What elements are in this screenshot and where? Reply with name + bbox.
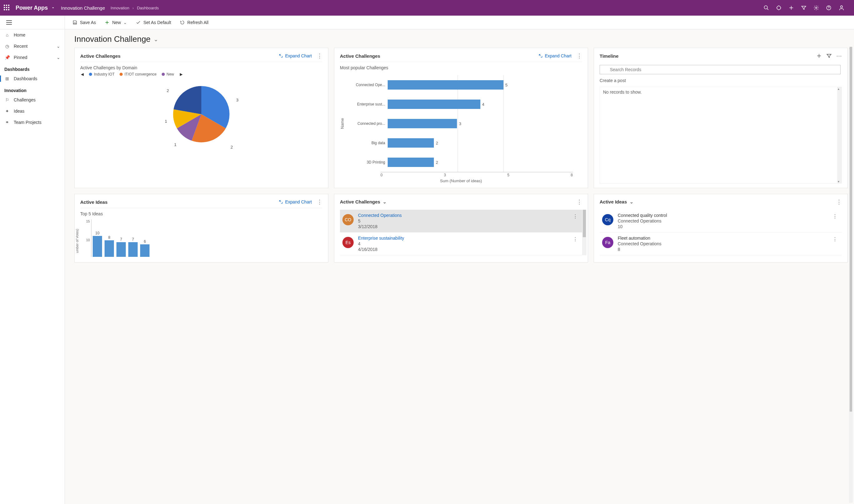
hbar-value: 2 [436,160,438,165]
chevron-down-icon[interactable]: ⌄ [123,20,127,25]
filter-icon[interactable] [826,53,832,59]
new-button[interactable]: New ⌄ [105,20,127,25]
expand-chart-button[interactable]: Expand Chart [538,53,571,58]
more-icon[interactable]: ⋯ [836,52,842,59]
chevron-down-icon[interactable]: ⌄ [154,36,158,43]
list-item[interactable]: Fa Fleet automation Connected Operations… [600,233,842,255]
product-name: Power Apps [16,5,48,11]
list-item-title[interactable]: Connected quality control [618,213,826,218]
timeline-search-input[interactable] [600,65,840,74]
legend-label: Industry IOT [94,72,114,76]
x-axis-ticks: 0358 [380,172,573,177]
more-icon[interactable]: ⋮ [317,52,322,59]
target-icon[interactable] [776,5,782,11]
vbar[interactable]: 10 [93,231,102,257]
hbar-chart[interactable]: Name Connected Ope... 5Enterprise sust..… [340,75,582,172]
legend-item[interactable]: IT/OT convergence [120,72,157,76]
hbar-row[interactable]: Enterprise sust... 4 [348,98,573,110]
svg-point-2 [777,6,781,10]
expand-chart-button[interactable]: Expand Chart [279,199,312,204]
list-item-title[interactable]: Connected Operations [358,213,567,218]
hbar-row[interactable]: Connected pro... 3 [348,118,573,130]
list-item-title[interactable]: Enterprise sustainability [358,236,567,240]
card-active-ideas-list: Active Ideas⌄ ⋮ Cq Connected quality con… [594,194,848,263]
vbar[interactable]: 8 [105,235,114,257]
chevron-down-icon[interactable]: ⌄ [383,199,387,204]
cmd-label: New [112,20,121,25]
gear-icon[interactable] [814,5,819,11]
sidebar-item-team-projects[interactable]: ⚭ Team Projects [0,117,65,128]
hbar-row[interactable]: Connected Ope... 5 [348,79,573,91]
environment-name[interactable]: Innovation Challenge [61,5,105,11]
legend-label: New [167,72,174,76]
hbar-row[interactable]: 3D Printing 2 [348,156,573,168]
list-item-title[interactable]: Fleet automation [618,236,826,240]
list-item[interactable]: CO Connected Operations 5 3/12/2018 ⋮ [340,210,582,233]
dashboard-icon: ⊞ [4,76,10,81]
breadcrumb-item[interactable]: Innovation [110,6,129,10]
more-icon[interactable]: ⋮ [571,236,580,243]
sidebar-item-dashboards[interactable]: ⊞ Dashboards [0,73,65,84]
hbar-category: Big data [348,141,385,145]
product-brand[interactable]: Power Apps [16,5,55,11]
expand-chart-button[interactable]: Expand Chart [279,53,312,58]
card-title: Active Challenges [340,53,380,59]
sidebar-item-label: Pinned [14,55,28,60]
pie-chart[interactable]: 3 2 1 1 2 [172,85,231,144]
filter-icon[interactable] [801,5,806,11]
more-icon[interactable]: ⋮ [576,198,582,205]
list-item[interactable]: Es Enterprise sustainability 4 4/16/2018… [340,233,582,255]
sidebar-item-recent[interactable]: ◷ Recent ⌄ [0,40,65,52]
more-icon[interactable]: ⋮ [571,213,580,220]
legend-prev-icon[interactable]: ◀ [80,72,84,76]
save-icon [72,20,77,25]
vbar[interactable]: 7 [128,237,138,257]
more-icon[interactable]: ⋮ [831,213,839,220]
more-icon[interactable]: ⋮ [836,198,842,205]
more-icon[interactable]: ⋮ [831,236,839,243]
user-icon[interactable] [838,5,844,11]
pie-value: 2 [231,145,233,149]
legend-item[interactable]: Industry IOT [89,72,114,76]
legend-next-icon[interactable]: ▶ [179,72,183,76]
trophy-icon: ⚐ [4,97,10,102]
list-item-sub: Connected Operations [618,241,826,246]
list-item[interactable]: Cq Connected quality control Connected O… [600,210,842,233]
sidebar-item-ideas[interactable]: ✦ Ideas [0,106,65,117]
timeline-scrollbar[interactable] [837,87,841,183]
legend-item[interactable]: New [162,72,174,76]
search-icon[interactable] [764,5,769,11]
more-icon[interactable]: ⋮ [317,198,322,205]
refresh-icon [180,20,185,25]
hbar-value: 4 [482,102,484,107]
card-title: Active Challenges [80,53,121,59]
sidebar-item-label: Challenges [14,97,36,102]
pie-value: 1 [174,142,176,147]
nav-collapse-button[interactable] [0,16,65,29]
more-icon[interactable]: ⋮ [576,52,582,59]
sidebar-item-challenges[interactable]: ⚐ Challenges [0,94,65,106]
sidebar-item-pinned[interactable]: 📌 Pinned ⌄ [0,52,65,63]
breadcrumb-item[interactable]: Dashboards [137,6,159,10]
help-icon[interactable] [826,5,832,11]
saveas-button[interactable]: Save As [72,20,96,25]
app-launcher-icon[interactable] [4,5,10,11]
pie-value: 2 [167,88,169,93]
add-icon[interactable] [788,5,794,11]
cmd-label: Refresh All [187,20,209,25]
refresh-button[interactable]: Refresh All [180,20,209,25]
vbar-chart[interactable]: umber of Votes) 15 10 108776 [80,219,322,257]
vbar[interactable]: 6 [140,239,149,257]
svg-point-3 [816,7,817,9]
setdefault-button[interactable]: Set As Default [136,20,171,25]
sidebar-item-home[interactable]: ⌂ Home [0,29,65,40]
pin-icon: 📌 [4,55,10,60]
list-scrollbar[interactable] [582,210,587,255]
add-icon[interactable] [816,53,822,59]
create-post-link[interactable]: Create a post [600,78,842,83]
hbar-row[interactable]: Big data 2 [348,137,573,149]
vbar[interactable]: 7 [117,237,126,257]
page-scrollbar[interactable] [849,47,853,503]
chevron-down-icon[interactable]: ⌄ [629,199,634,204]
vbar-value: 7 [132,237,134,241]
